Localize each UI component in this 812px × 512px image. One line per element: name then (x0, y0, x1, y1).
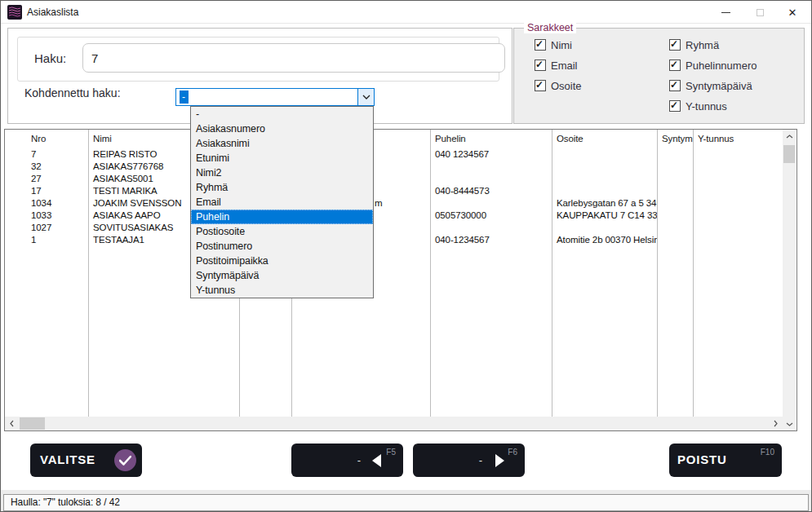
arrow-left-icon (372, 454, 381, 467)
targeted-search-combobox[interactable]: - (175, 88, 375, 106)
table-body: 7REIPAS RISTO040 123456732ASIAKAS7767682… (5, 148, 796, 246)
checkbox-syntymäpäivä[interactable]: ✓ (669, 80, 681, 91)
checkmark-icon: ✓ (670, 59, 678, 70)
cell-osoite: KAUPPAKATU 7 C14 332 (552, 210, 657, 222)
cell-osoite (552, 173, 657, 185)
cell-syntym (657, 148, 693, 161)
poistu-button[interactable]: POISTU F10 (669, 444, 782, 477)
cell-ytunnus (693, 210, 783, 222)
column-header[interactable]: Syntym (657, 130, 693, 148)
table-row[interactable]: 1034JOAKIM SVENSSONmKarlebysgatan 67 a 5… (5, 197, 796, 210)
checkmark-icon: ✓ (535, 59, 544, 70)
column-divider (657, 130, 658, 417)
dropdown-option[interactable]: - (191, 107, 373, 121)
dropdown-option[interactable]: Syntymäpäivä (191, 268, 373, 283)
scroll-up-icon[interactable] (783, 130, 796, 143)
checkbox-label: Ryhmä (686, 39, 719, 51)
maximize-icon (757, 9, 764, 16)
table-row[interactable]: 1TESTAAJA1040-1234567Atomitie 2b 00370 H… (5, 234, 796, 246)
scroll-right-icon[interactable] (769, 417, 782, 430)
cell-nro: 32 (5, 161, 88, 173)
chevron-down-icon (362, 95, 371, 99)
table-row[interactable]: 1027SOVITUSASIAKAS (5, 222, 796, 234)
columns-panel-title: Sarakkeet (524, 22, 576, 33)
dropdown-option[interactable]: Y-tunnus (191, 283, 373, 298)
table-row[interactable]: 17TESTI MARIKA040-8444573 (5, 185, 796, 197)
table-row[interactable]: 32ASIAKAS776768 (5, 161, 796, 173)
close-button[interactable]: ✕ (780, 1, 805, 24)
column-header[interactable]: Nro (5, 130, 88, 148)
window-title: Asiakaslista (27, 7, 78, 18)
targeted-search-dropdown: -AsiakasnumeroAsiakasnimiEtunimiNimi2Ryh… (190, 106, 374, 298)
cell-puhelin: 040-8444573 (430, 185, 552, 197)
cell-syntym (657, 197, 693, 210)
horizontal-scrollbar[interactable] (5, 417, 783, 430)
checkmark-icon: ✓ (535, 79, 544, 90)
previous-record-label: - (357, 454, 361, 466)
minimize-button[interactable] (713, 1, 738, 24)
checkbox-nimi[interactable]: ✓ (535, 39, 546, 51)
table-row[interactable]: 1033ASIAKAS AAPO0505730000KAUPPAKATU 7 C… (5, 210, 796, 222)
cell-syntym (657, 234, 693, 246)
arrow-right-icon (495, 454, 504, 467)
checkbox-label: Nimi (551, 39, 572, 51)
table-header-row: NroNimiPuhelinOsoiteSyntymY-tunnus (5, 130, 796, 148)
app-icon (7, 5, 22, 20)
column-header[interactable]: Y-tunnus (693, 130, 783, 148)
dropdown-option[interactable]: Nimi2 (191, 166, 373, 180)
combobox-dropdown-button[interactable] (357, 89, 374, 105)
status-box: Haulla: "7" tuloksia: 8 / 42 (3, 494, 809, 511)
checkbox-label: Y-tunnus (686, 100, 727, 113)
dropdown-option[interactable]: Postinumero (191, 239, 373, 254)
next-record-button[interactable]: - F6 (413, 444, 525, 477)
previous-record-button[interactable]: - F5 (291, 444, 403, 477)
valitse-button[interactable]: VALITSE (30, 444, 142, 477)
dropdown-option[interactable]: Ryhmä (191, 180, 373, 195)
checkbox-label: Puhelinnumero (686, 60, 757, 72)
dropdown-option[interactable]: Postitoimipaikka (191, 254, 373, 268)
checkbox-email[interactable]: ✓ (535, 60, 546, 71)
column-divider (693, 130, 694, 417)
checkbox-y-tunnus[interactable]: ✓ (669, 100, 681, 112)
dropdown-option[interactable]: Etunimi (191, 151, 373, 166)
column-header[interactable]: Osoite (552, 130, 657, 148)
vertical-scrollbar[interactable] (783, 130, 796, 430)
scroll-down-icon[interactable] (783, 417, 796, 430)
cell-nro: 17 (5, 185, 88, 197)
cell-puhelin: 040 1234567 (430, 148, 552, 161)
search-input[interactable] (82, 43, 505, 73)
cell-syntym (657, 185, 693, 197)
cell-syntym (657, 210, 693, 222)
table-row[interactable]: 7REIPAS RISTO040 1234567 (5, 148, 796, 161)
cell-ytunnus (693, 148, 783, 161)
table-row[interactable]: 27ASIAKAS5001 (5, 173, 796, 185)
cell-osoite (552, 222, 657, 234)
status-bar: Haulla: "7" tuloksia: 8 / 42 (1, 490, 812, 512)
dropdown-option[interactable]: Puhelin (191, 210, 373, 224)
checkbox-label: Syntymäpäivä (686, 80, 752, 92)
app-window: Asiakaslista ✕ Haku: Kohdennettu haku: -… (0, 0, 812, 512)
dropdown-option[interactable]: Email (191, 195, 373, 210)
scroll-left-icon[interactable] (5, 417, 18, 430)
horizontal-scrollbar-thumb[interactable] (20, 417, 45, 430)
checkbox-ryhmä[interactable]: ✓ (669, 39, 681, 51)
dropdown-option[interactable]: Asiakasnimi (191, 136, 373, 151)
next-record-label: - (479, 454, 482, 466)
vertical-scrollbar-thumb[interactable] (783, 145, 795, 163)
checkbox-puhelinnumero[interactable]: ✓ (669, 60, 681, 71)
dropdown-option[interactable]: Asiakasnumero (191, 121, 373, 136)
cell-nro: 1033 (5, 210, 88, 222)
f5-key-hint: F5 (386, 448, 396, 457)
column-divider (430, 130, 431, 417)
cell-ytunnus (693, 161, 783, 173)
cell-ytunnus (693, 234, 783, 246)
search-label: Haku: (34, 51, 66, 65)
cell-nro: 1 (5, 234, 88, 246)
checkbox-osoite[interactable]: ✓ (535, 80, 546, 91)
cell-ytunnus (693, 222, 783, 234)
check-circle-icon (114, 449, 136, 471)
checkmark-icon: ✓ (670, 99, 678, 111)
column-header[interactable]: Puhelin (430, 130, 552, 148)
maximize-button[interactable] (748, 1, 772, 24)
dropdown-option[interactable]: Postiosoite (191, 224, 373, 239)
